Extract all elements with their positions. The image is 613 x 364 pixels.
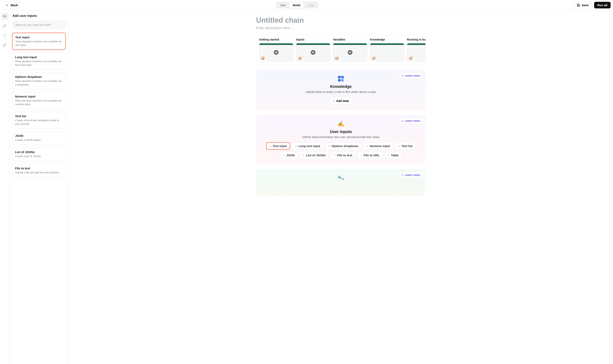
user-inputs-learn-more[interactable]: Learn more: [399, 118, 423, 124]
save-button[interactable]: Save: [573, 2, 592, 8]
svg-rect-0: [3, 16, 6, 17]
input-card-desc: Allow dynamic insertion of a variable vi…: [15, 99, 63, 106]
tutorial-title: Running in bulk: [407, 38, 426, 41]
input-chip[interactable]: +File to URL: [357, 152, 383, 159]
plus-icon: +: [295, 144, 297, 148]
chip-label: Text list: [401, 144, 413, 148]
plus-icon: +: [388, 154, 389, 157]
chip-label: JSON: [286, 154, 295, 157]
learn-more-label: Learn more: [405, 119, 420, 122]
add-data-button[interactable]: + Add data: [329, 97, 353, 104]
input-type-card[interactable]: Long text inputAllow dynamic insertion o…: [12, 53, 66, 70]
input-card-desc: Upload a file and get the text contents.: [15, 171, 63, 174]
tutorial-thumbnail: [370, 43, 404, 62]
learn-more-label: Learn more: [405, 173, 420, 177]
rail-magic[interactable]: [1, 42, 8, 49]
tutorial-title: Getting started: [259, 38, 293, 41]
rail-frame[interactable]: [1, 32, 8, 39]
input-type-card[interactable]: Options dropdownAllow dynamic insertion …: [12, 72, 66, 89]
back-button[interactable]: Back: [2, 2, 21, 8]
rail-inputs[interactable]: [1, 13, 8, 20]
learn-more-label: Learn more: [405, 74, 420, 77]
knowledge-section: Learn more Knowledge Upload data to teac…: [256, 70, 426, 110]
plus-icon: +: [303, 154, 304, 157]
tutorial-card[interactable]: Variables: [333, 38, 367, 62]
plus-icon: +: [366, 144, 368, 148]
input-chip[interactable]: +File to text: [331, 152, 355, 159]
tools-learn-more[interactable]: Learn more: [399, 172, 423, 178]
input-card-title: List of JSONs: [15, 150, 63, 154]
input-chip[interactable]: +Options dropdown: [325, 142, 361, 150]
input-type-card[interactable]: JSONCreate a JSON object.: [12, 131, 66, 145]
knowledge-sub: Upload data to teach LLMs in this chain …: [260, 90, 422, 93]
chain-title[interactable]: Untitled chain: [256, 16, 426, 25]
save-icon: [577, 4, 580, 7]
input-chip[interactable]: +List of JSONs: [300, 152, 329, 159]
input-type-card[interactable]: List of JSONsCreate a list of JSONs.: [12, 148, 66, 161]
link-icon: [3, 24, 6, 28]
plus-icon: +: [334, 154, 336, 157]
tutorial-card[interactable]: Getting started: [259, 38, 293, 62]
nav-rail: [0, 11, 9, 364]
input-card-title: File to text: [15, 167, 63, 170]
input-type-card[interactable]: Text inputAllow dynamic insertion of a v…: [12, 33, 66, 50]
wand-icon: [3, 43, 6, 47]
sidebar-title: Add user inputs: [9, 11, 68, 20]
tutorial-title: Knowledge: [370, 38, 404, 41]
input-chip[interactable]: +Text input: [266, 142, 290, 150]
run-all-button[interactable]: Run all: [594, 2, 611, 8]
tutorial-card[interactable]: Running in bulk: [407, 38, 426, 62]
save-label: Save: [582, 3, 589, 7]
tutorial-card[interactable]: Inputs: [296, 38, 330, 62]
svg-rect-1: [3, 35, 6, 37]
play-icon: [401, 75, 404, 77]
input-chip[interactable]: +JSON: [280, 152, 298, 159]
frame-icon: [3, 34, 6, 37]
tutorial-thumbnail: [296, 43, 330, 62]
input-card-title: Options dropdown: [15, 75, 63, 78]
input-chip[interactable]: +Long text input: [292, 142, 323, 150]
knowledge-icon: [337, 75, 344, 82]
input-type-card[interactable]: Text listCreate a list of text variables…: [12, 112, 66, 129]
tab-logs[interactable]: Logs: [304, 2, 318, 8]
tutorial-thumbnail: [407, 43, 426, 62]
back-label: Back: [11, 3, 18, 7]
play-icon: [274, 50, 279, 55]
knowledge-learn-more[interactable]: Learn more: [399, 73, 423, 79]
sidebar-search-input[interactable]: [12, 20, 66, 29]
tutorial-thumbnail: [259, 43, 293, 62]
input-card-title: Text input: [15, 36, 62, 39]
tools-section: Learn more 🔧: [256, 169, 426, 196]
input-type-card[interactable]: File to textUpload a file and get the te…: [12, 164, 66, 177]
svg-marker-2: [402, 75, 403, 77]
input-card-title: Text list: [15, 114, 63, 118]
rail-link[interactable]: [1, 23, 8, 29]
input-card-desc: Create a list of JSONs.: [15, 155, 63, 158]
tutorial-card[interactable]: Knowledge: [370, 38, 404, 62]
plus-icon: +: [283, 154, 285, 157]
input-chip[interactable]: +Text list: [395, 142, 416, 150]
input-card-desc: Allow dynamic insertion of a variable vi…: [15, 79, 63, 86]
tab-use[interactable]: Use: [277, 2, 289, 8]
user-inputs-title: User inputs: [260, 130, 422, 134]
author-avatar: [298, 56, 302, 60]
input-type-card[interactable]: Numeric inputAllow dynamic insertion of …: [12, 92, 66, 109]
tab-build[interactable]: Build: [289, 2, 304, 8]
input-chip[interactable]: +Table: [385, 152, 402, 159]
plus-icon: +: [398, 144, 400, 148]
main: Untitled chain Enter description here...…: [69, 11, 613, 364]
tools-icon: 🔧: [336, 173, 345, 182]
author-avatar: [408, 56, 413, 60]
chip-label: Table: [391, 154, 399, 157]
input-card-desc: Create a JSON object.: [15, 138, 63, 142]
chain-description[interactable]: Enter description here...: [256, 26, 426, 30]
input-chip[interactable]: +Numeric input: [363, 142, 393, 150]
add-data-label: Add data: [336, 99, 349, 103]
plus-icon: +: [333, 99, 335, 103]
input-card-title: Numeric input: [15, 95, 63, 98]
input-card-desc: Allow dynamic insertion of a variable vi…: [15, 40, 62, 47]
plus-icon: +: [328, 144, 330, 148]
input-card-title: Long text input: [15, 55, 63, 59]
chip-label: Options dropdown: [332, 144, 358, 148]
user-inputs-sub: Define what information the user should …: [260, 135, 422, 139]
